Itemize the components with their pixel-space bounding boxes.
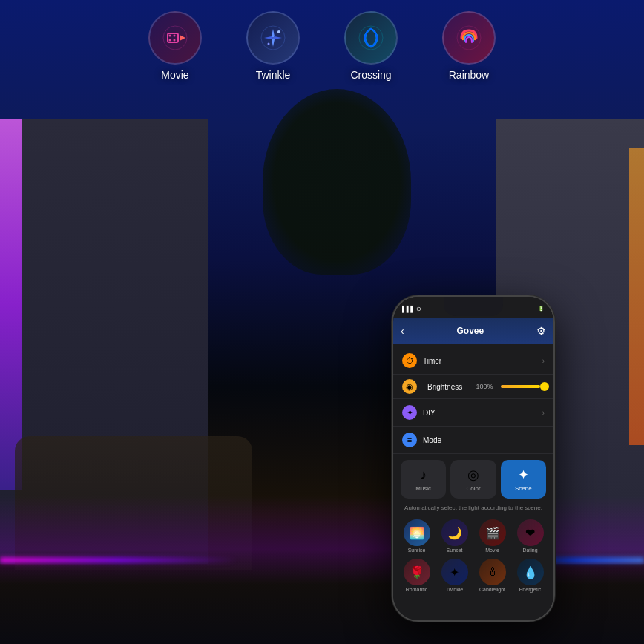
twinkle-icon-circle <box>246 11 300 65</box>
phone-notch <box>444 297 503 316</box>
battery-icon: 🔋 <box>538 306 545 312</box>
brightness-thumb <box>540 382 549 391</box>
twinkle-label: Twinkle <box>256 69 291 81</box>
timer-chevron: › <box>542 357 545 365</box>
phone-mockup: ▌▌▌ ⊙ 5:20 🔋 ‹ Govee ⚙ ⏱ Timer <box>392 295 555 622</box>
sunset-icon: 🌙 <box>441 519 468 546</box>
floor-rgb-strip-left <box>0 558 237 562</box>
dating-label: Dating <box>522 548 537 553</box>
scene-movie[interactable]: 🎬 Movie <box>475 519 510 553</box>
rainbow-icon-circle <box>442 11 496 65</box>
svg-point-9 <box>268 43 270 45</box>
back-button[interactable]: ‹ <box>401 325 404 337</box>
mode-label: Mode <box>423 436 545 444</box>
scene-candlelight[interactable]: 🕯 Candlelight <box>475 559 510 592</box>
scene-tab-label: Scene <box>515 485 532 492</box>
movie-icon-circle <box>148 11 202 65</box>
sunrise-icon: 🌅 <box>404 519 430 546</box>
status-bar-left: ▌▌▌ ⊙ <box>402 306 421 312</box>
scene-grid-row2: 🌹 Romantic ✦ Twinkle 🕯 Candlelight 💧 Ene… <box>393 556 553 595</box>
scene-energetic[interactable]: 💧 Energetic <box>513 559 548 592</box>
movie-svg-icon <box>162 24 188 51</box>
diy-icon: ✦ <box>402 405 417 420</box>
scene-sunrise[interactable]: 🌅 Sunrise <box>399 519 434 553</box>
mode-tabs: ♪ Music ◎ Color ✦ Scene <box>393 454 553 505</box>
mode-movie-icon-item[interactable]: Movie <box>148 11 202 81</box>
wifi-icon: ⊙ <box>416 306 421 312</box>
signal-icon: ▌▌▌ <box>402 306 415 312</box>
svg-point-6 <box>174 39 176 42</box>
app-content: ⏱ Timer › ◉ Brightness 100% <box>393 344 553 598</box>
twinkle-svg-icon <box>260 24 286 51</box>
rainbow-svg-icon <box>456 24 482 51</box>
mode-icon: ≡ <box>402 433 417 447</box>
scene-romantic[interactable]: 🌹 Romantic <box>399 559 434 592</box>
timer-row[interactable]: ⏱ Timer › <box>393 347 553 375</box>
movie-label: Movie <box>161 69 188 81</box>
color-tab-icon: ◎ <box>467 467 479 483</box>
tab-color[interactable]: ◎ Color <box>450 460 496 499</box>
candlelight-label: Candlelight <box>479 587 505 592</box>
romantic-label: Romantic <box>406 587 428 592</box>
scene-description: Automatically select the light according… <box>393 505 553 516</box>
brightness-icon: ◉ <box>402 379 417 394</box>
scene-twinkle[interactable]: ✦ Twinkle <box>437 559 472 592</box>
svg-point-4 <box>169 39 171 42</box>
crossing-svg-icon <box>358 24 384 51</box>
diy-label: DIY <box>423 409 542 417</box>
mode-row[interactable]: ≡ Mode <box>393 427 553 454</box>
diy-row[interactable]: ✦ DIY › <box>393 399 553 427</box>
app-header: ‹ Govee ⚙ <box>393 318 553 344</box>
phone-outer-case: ▌▌▌ ⊙ 5:20 🔋 ‹ Govee ⚙ ⏱ Timer <box>392 295 555 622</box>
brightness-value: 100% <box>476 383 493 390</box>
scene-tab-icon: ✦ <box>518 467 529 483</box>
romantic-icon: 🌹 <box>404 559 430 585</box>
phone-screen: ▌▌▌ ⊙ 5:20 🔋 ‹ Govee ⚙ ⏱ Timer <box>393 297 553 620</box>
candlelight-icon: 🕯 <box>479 559 506 585</box>
rgb-strip-left <box>0 119 22 490</box>
tree-silhouette <box>263 89 411 275</box>
sunrise-label: Sunrise <box>408 548 426 553</box>
dating-icon: ❤ <box>517 519 544 546</box>
music-tab-label: Music <box>415 485 431 492</box>
mode-rainbow-icon-item[interactable]: Rainbow <box>442 11 496 81</box>
scene-dating[interactable]: ❤ Dating <box>513 519 548 553</box>
app-title: Govee <box>456 326 484 336</box>
brightness-row[interactable]: ◉ Brightness 100% <box>393 375 553 399</box>
brightness-fill <box>501 385 541 388</box>
energetic-icon: 💧 <box>517 559 544 585</box>
tab-music[interactable]: ♪ Music <box>401 460 446 499</box>
sunset-label: Sunset <box>447 548 463 553</box>
svg-marker-2 <box>180 35 185 41</box>
tab-scene[interactable]: ✦ Scene <box>501 460 546 499</box>
music-tab-icon: ♪ <box>420 467 427 483</box>
svg-point-3 <box>169 35 171 37</box>
crossing-icon-circle <box>344 11 398 65</box>
timer-icon: ⏱ <box>402 353 417 368</box>
svg-point-5 <box>174 35 176 37</box>
energetic-label: Energetic <box>519 587 542 592</box>
brightness-slider[interactable] <box>501 385 545 388</box>
mode-crossing-icon-item[interactable]: Crossing <box>344 11 398 81</box>
twinkle-scene-label: Twinkle <box>446 587 463 592</box>
twinkle-scene-icon: ✦ <box>441 559 468 585</box>
rainbow-label: Rainbow <box>449 69 489 81</box>
brightness-label: Brightness <box>427 383 471 391</box>
timer-label: Timer <box>423 357 542 365</box>
scene-sunset[interactable]: 🌙 Sunset <box>437 519 472 553</box>
top-icon-bar: Movie Twinkle Crossing <box>0 0 644 104</box>
mode-twinkle-icon-item[interactable]: Twinkle <box>246 11 300 81</box>
diy-chevron: › <box>542 409 545 417</box>
scene-movie-icon: 🎬 <box>479 519 506 546</box>
settings-button[interactable]: ⚙ <box>536 325 546 337</box>
crossing-label: Crossing <box>350 69 391 81</box>
ambient-light-right <box>629 148 644 445</box>
scene-grid-row1: 🌅 Sunrise 🌙 Sunset 🎬 Movie ❤ Dating <box>393 516 553 556</box>
scene-movie-label: Movie <box>485 548 499 553</box>
status-bar-right: 🔋 <box>538 306 545 312</box>
color-tab-label: Color <box>466 485 480 492</box>
